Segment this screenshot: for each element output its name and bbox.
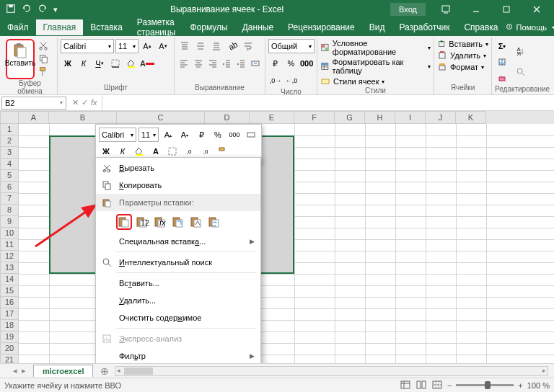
copy-icon[interactable] [38,53,48,65]
row-header[interactable]: 2 [0,135,19,147]
dec-decimal-icon[interactable]: ←,0 [284,74,299,88]
currency-icon[interactable]: ₽ [268,56,283,71]
comma-icon[interactable]: 000 [299,56,314,71]
indent-dec-icon[interactable] [220,56,233,71]
col-header[interactable]: E [250,111,294,124]
col-header[interactable]: D [205,111,250,124]
ctx-insert[interactable]: Вставить... [96,275,260,292]
inc-decimal-icon[interactable]: ,0→ [268,74,283,88]
ctx-filter[interactable]: Фильтр▶ [96,347,260,365]
align-top-icon[interactable] [177,39,192,53]
mini-font-color-icon[interactable]: A [149,144,163,159]
italic-icon[interactable]: К [76,56,91,71]
col-header[interactable]: F [294,111,335,124]
number-format-select[interactable]: Общий▾ [268,39,315,53]
row-header[interactable]: 20 [0,343,19,355]
name-box[interactable]: B2▾ [1,97,66,110]
fx-icon[interactable]: fx [91,98,97,107]
orientation-icon[interactable]: ab [225,39,239,53]
mini-dec-dec-icon[interactable]: ,0 [198,144,213,159]
tab-file[interactable]: Файл [0,19,36,35]
mini-font-select[interactable]: Calibri▾ [99,128,136,142]
ctx-smart-lookup[interactable]: Интеллектуальный поиск [96,254,260,271]
cut-icon[interactable] [38,40,48,52]
align-center-icon[interactable] [192,56,205,71]
zoom-level[interactable]: 100 % [527,381,550,390]
save-icon[interactable] [6,4,16,15]
row-header[interactable]: 12 [0,251,19,262]
mini-shrink-font-icon[interactable]: A▾ [177,128,192,142]
align-middle-icon[interactable] [193,39,208,53]
row-header[interactable]: 14 [0,274,19,285]
paste-link-icon[interactable] [206,214,222,230]
ctx-delete[interactable]: Удалить... [96,292,260,309]
paste-transpose-icon[interactable] [170,214,186,230]
fill-icon[interactable] [495,55,509,69]
col-header[interactable]: I [395,111,426,124]
row-header[interactable]: 3 [0,147,19,159]
row-header[interactable]: 1 [0,124,19,135]
new-sheet-icon[interactable]: ⊕ [100,365,109,377]
col-header[interactable]: K [456,111,486,124]
row-header[interactable]: 15 [0,285,19,297]
row-header[interactable]: 16 [0,297,19,308]
wrap-text-icon[interactable] [241,39,255,53]
redo-icon[interactable] [38,4,48,15]
paste-values-icon[interactable]: 123 [134,214,150,230]
col-header[interactable]: B [49,111,117,124]
row-header[interactable]: 17 [0,308,19,320]
clear-icon[interactable] [495,71,509,85]
zoom-slider[interactable] [456,384,514,386]
font-size-select[interactable]: 11▾ [115,39,138,53]
row-header[interactable]: 10 [0,228,19,239]
minimize-icon[interactable] [462,0,491,19]
row-header[interactable]: 21 [0,355,19,363]
login-button[interactable]: Вход [390,3,426,16]
formula-input[interactable] [102,95,554,110]
mini-percent-icon[interactable]: % [211,128,225,142]
align-bottom-icon[interactable] [209,39,224,53]
indent-inc-icon[interactable] [234,56,247,71]
tab-insert[interactable]: Вставка [83,19,130,35]
cells-insert-button[interactable]: Вставить▾ [437,39,488,49]
autosum-icon[interactable]: Σ▾ [495,39,509,53]
tab-formulas[interactable]: Формулы [183,19,234,35]
find-icon[interactable] [511,63,530,81]
row-header[interactable]: 6 [0,182,19,193]
sheet-nav-next-icon[interactable]: ▸ [22,366,26,375]
view-normal-icon[interactable] [400,380,411,391]
cond-format-button[interactable]: Условное форматирование▾ [320,39,431,56]
bold-icon[interactable]: Ж [61,56,75,71]
align-right-icon[interactable] [206,56,219,71]
cells-format-button[interactable]: Формат▾ [437,62,488,72]
zoom-out-icon[interactable]: − [447,381,452,390]
mini-italic-icon[interactable]: К [115,144,130,159]
cancel-formula-icon[interactable]: ✕ [72,98,79,107]
col-header[interactable]: H [365,111,395,124]
underline-icon[interactable]: Ч▾ [92,56,107,71]
enter-formula-icon[interactable]: ✓ [82,98,88,107]
font-color-icon[interactable]: A [140,56,154,71]
align-left-icon[interactable] [177,56,190,71]
mini-currency-icon[interactable]: ₽ [194,128,208,142]
row-header[interactable]: 11 [0,239,19,251]
zoom-in-icon[interactable]: + [518,381,522,390]
row-header[interactable]: 5 [0,170,19,182]
paste-all-icon[interactable] [116,214,132,230]
undo-icon[interactable] [22,4,32,15]
paste-button[interactable]: Вставить [6,39,35,79]
tab-help[interactable]: Справка [457,19,505,35]
tab-home[interactable]: Главная [36,19,84,35]
col-header[interactable]: G [335,111,365,124]
mini-size-select[interactable]: 11▾ [138,128,159,142]
mini-comma-icon[interactable]: 000 [227,128,242,142]
tab-layout[interactable]: Разметка страницы [130,14,183,40]
ctx-copy[interactable]: Копировать [96,177,260,194]
col-header[interactable]: J [426,111,456,124]
paste-formatting-icon[interactable] [188,214,204,230]
horizontal-scrollbar[interactable]: ◂▸ [115,366,548,376]
tab-review[interactable]: Рецензирование [281,19,362,35]
ctx-clear[interactable]: Очистить содержимое [96,309,260,326]
row-header[interactable]: 19 [0,331,19,343]
font-name-select[interactable]: Calibri▾ [61,39,114,53]
